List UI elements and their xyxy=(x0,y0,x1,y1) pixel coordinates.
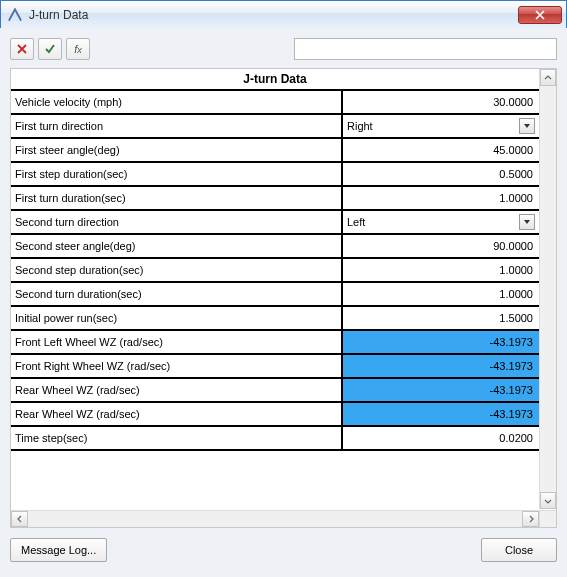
row-value-text: 30.0000 xyxy=(493,96,533,108)
row-label: Second turn duration(sec) xyxy=(11,283,343,305)
chevron-right-icon xyxy=(527,515,535,523)
grid-row: Rear Wheel WZ (rad/sec)-43.1973 xyxy=(11,379,539,403)
property-grid: J-turn Data Vehicle velocity (mph)30.000… xyxy=(10,68,557,528)
grid-row: Vehicle velocity (mph)30.0000 xyxy=(11,91,539,115)
close-icon xyxy=(535,10,545,20)
row-value-text: 1.0000 xyxy=(499,288,533,300)
grid-row: First step duration(sec)0.5000 xyxy=(11,163,539,187)
row-label: Second steer angle(deg) xyxy=(11,235,343,257)
chevron-left-icon xyxy=(16,515,24,523)
row-label: First turn direction xyxy=(11,115,343,137)
scroll-right-button[interactable] xyxy=(522,511,539,527)
chevron-down-icon xyxy=(544,497,552,505)
scrollbar-corner xyxy=(539,510,556,527)
row-label: Front Left Wheel WZ (rad/sec) xyxy=(11,331,343,353)
cancel-edit-button[interactable] xyxy=(10,38,34,60)
row-value-input[interactable]: 0.5000 xyxy=(343,163,539,185)
grid-row: Rear Wheel WZ (rad/sec)-43.1973 xyxy=(11,403,539,427)
scroll-left-button[interactable] xyxy=(11,511,28,527)
fx-icon: fx xyxy=(74,43,82,55)
window-close-button[interactable] xyxy=(518,6,562,24)
row-value-input[interactable]: 1.0000 xyxy=(343,259,539,281)
grid-row: Initial power run(sec)1.5000 xyxy=(11,307,539,331)
row-value-text: -43.1973 xyxy=(490,408,533,420)
row-value-select[interactable]: Right xyxy=(343,115,539,137)
row-value-input[interactable]: -43.1973 xyxy=(343,331,539,353)
window-titlebar: J-turn Data xyxy=(1,1,566,29)
row-value-text: 0.5000 xyxy=(499,168,533,180)
row-label: First step duration(sec) xyxy=(11,163,343,185)
vertical-scrollbar[interactable] xyxy=(539,69,556,509)
grid-row: Second turn directionLeft xyxy=(11,211,539,235)
row-label: Second turn direction xyxy=(11,211,343,233)
check-icon xyxy=(44,43,56,55)
row-label: Vehicle velocity (mph) xyxy=(11,91,343,113)
row-label: Rear Wheel WZ (rad/sec) xyxy=(11,403,343,425)
row-value-text: 90.0000 xyxy=(493,240,533,252)
row-value-input[interactable]: 0.0200 xyxy=(343,427,539,449)
grid-row: Second step duration(sec)1.0000 xyxy=(11,259,539,283)
toolbar: fx xyxy=(10,38,557,60)
app-icon xyxy=(7,7,23,23)
horizontal-scrollbar[interactable] xyxy=(11,510,539,527)
close-button[interactable]: Close xyxy=(481,538,557,562)
row-value-input[interactable]: 1.0000 xyxy=(343,187,539,209)
function-button[interactable]: fx xyxy=(66,38,90,60)
row-value-text: 1.5000 xyxy=(499,312,533,324)
grid-row: First turn duration(sec)1.0000 xyxy=(11,187,539,211)
message-log-button[interactable]: Message Log... xyxy=(10,538,107,562)
row-label: First steer angle(deg) xyxy=(11,139,343,161)
row-value-input[interactable]: 90.0000 xyxy=(343,235,539,257)
row-value-text: 1.0000 xyxy=(499,264,533,276)
row-value-text: Left xyxy=(347,216,365,228)
row-value-text: -43.1973 xyxy=(490,336,533,348)
window-title: J-turn Data xyxy=(29,8,518,22)
grid-row: Time step(sec)0.0200 xyxy=(11,427,539,451)
formula-input[interactable] xyxy=(294,38,557,60)
chevron-up-icon xyxy=(544,74,552,82)
row-value-input[interactable]: 1.0000 xyxy=(343,283,539,305)
grid-row: First turn directionRight xyxy=(11,115,539,139)
client-area: fx J-turn Data Vehicle velocity (mph)30.… xyxy=(0,28,567,577)
row-label: First turn duration(sec) xyxy=(11,187,343,209)
grid-row: Front Right Wheel WZ (rad/sec)-43.1973 xyxy=(11,355,539,379)
row-label: Initial power run(sec) xyxy=(11,307,343,329)
row-value-input[interactable]: -43.1973 xyxy=(343,355,539,377)
grid-viewport: J-turn Data Vehicle velocity (mph)30.000… xyxy=(11,69,539,510)
grid-row: First steer angle(deg)45.0000 xyxy=(11,139,539,163)
row-value-text: 45.0000 xyxy=(493,144,533,156)
row-value-select[interactable]: Left xyxy=(343,211,539,233)
grid-header: J-turn Data xyxy=(11,69,539,91)
row-value-text: 1.0000 xyxy=(499,192,533,204)
row-label: Rear Wheel WZ (rad/sec) xyxy=(11,379,343,401)
grid-row: Front Left Wheel WZ (rad/sec)-43.1973 xyxy=(11,331,539,355)
accept-edit-button[interactable] xyxy=(38,38,62,60)
row-value-input[interactable]: -43.1973 xyxy=(343,403,539,425)
row-value-text: Right xyxy=(347,120,373,132)
row-value-input[interactable]: 45.0000 xyxy=(343,139,539,161)
grid-row: Second turn duration(sec)1.0000 xyxy=(11,283,539,307)
scroll-up-button[interactable] xyxy=(540,69,556,86)
row-label: Front Right Wheel WZ (rad/sec) xyxy=(11,355,343,377)
dialog-footer: Message Log... Close xyxy=(10,538,557,562)
grid-row: Second steer angle(deg)90.0000 xyxy=(11,235,539,259)
row-value-text: 0.0200 xyxy=(499,432,533,444)
x-icon xyxy=(16,43,28,55)
row-label: Second step duration(sec) xyxy=(11,259,343,281)
row-value-input[interactable]: 30.0000 xyxy=(343,91,539,113)
dropdown-arrow-icon[interactable] xyxy=(519,118,535,134)
row-value-input[interactable]: -43.1973 xyxy=(343,379,539,401)
row-value-input[interactable]: 1.5000 xyxy=(343,307,539,329)
row-label: Time step(sec) xyxy=(11,427,343,449)
scroll-down-button[interactable] xyxy=(540,492,556,509)
row-value-text: -43.1973 xyxy=(490,360,533,372)
row-value-text: -43.1973 xyxy=(490,384,533,396)
dropdown-arrow-icon[interactable] xyxy=(519,214,535,230)
